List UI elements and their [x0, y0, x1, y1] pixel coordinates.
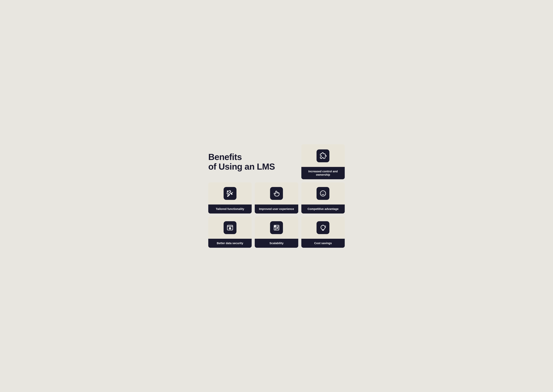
card-cost-savings: Cost savings [301, 217, 345, 248]
card-tailored: Tailored functionality [208, 182, 252, 214]
icon-box-piggy [316, 221, 329, 234]
card-label-data-security: Better data security [208, 239, 252, 248]
icon-box-hand [270, 187, 283, 200]
card-data-security: Better data security [208, 217, 252, 248]
card-label-competitive: Competitive advantage [301, 204, 345, 214]
lock-screen-icon [226, 224, 234, 231]
card-increased-control: Increased control and ownership [301, 144, 345, 179]
page-title: Benefits of Using an LMS [208, 152, 275, 171]
icon-box-scalability [270, 221, 283, 234]
title-area: Benefits of Using an LMS [208, 144, 298, 179]
card-label-user-experience: Improved user experience [255, 204, 298, 214]
card-icon-area-cost [301, 217, 345, 239]
card-icon-area-competitive [301, 182, 345, 204]
card-user-experience: Improved user experience [255, 182, 298, 214]
card-label-increased-control: Increased control and ownership [301, 167, 345, 179]
puzzle-icon [319, 152, 327, 160]
icon-box-smiley [316, 187, 329, 200]
icon-box-security [224, 221, 237, 234]
svg-point-14 [322, 227, 322, 227]
card-competitive: Competitive advantage [301, 182, 345, 214]
layout-grid: Benefits of Using an LMS Increased contr… [208, 144, 345, 248]
hammer-icon [226, 190, 234, 197]
card-icon-area-ux [255, 182, 298, 204]
card-scalability: Scalability [255, 217, 298, 248]
icon-box-hammer [224, 187, 237, 200]
card-icon-area-security [208, 217, 252, 239]
svg-point-3 [324, 193, 324, 193]
card-icon-area [301, 144, 345, 167]
icon-box-puzzle [316, 149, 329, 162]
card-label-cost-savings: Cost savings [301, 239, 345, 248]
piggy-bank-icon [319, 224, 327, 231]
image-resize-icon [273, 224, 280, 231]
svg-point-1 [320, 191, 326, 196]
hand-pointer-icon [273, 190, 280, 197]
card-icon-area-tailored [208, 182, 252, 204]
card-label-tailored: Tailored functionality [208, 204, 252, 214]
smiley-icon [319, 190, 327, 197]
svg-line-0 [231, 192, 233, 193]
card-icon-area-scalability [255, 217, 298, 239]
card-label-scalability: Scalability [255, 239, 298, 248]
page-container: Benefits of Using an LMS Increased contr… [199, 137, 354, 255]
svg-point-2 [322, 193, 322, 193]
